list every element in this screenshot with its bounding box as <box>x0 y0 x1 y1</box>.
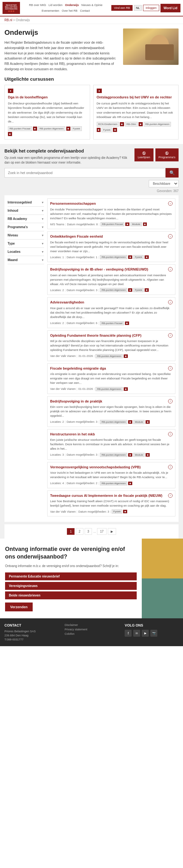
hero-section: Onderwijs Het Register Belastingadviseur… <box>0 24 183 76</box>
instagram-icon[interactable]: 📷 <box>150 630 157 637</box>
courses-list: Personenvennootschappen i De module 'Per… <box>47 198 175 519</box>
sort-row: Beschikbare Datum Naam <box>4 180 179 187</box>
info-icon-9[interactable]: i <box>168 493 173 498</box>
footer-privacy[interactable]: Privacy statement <box>65 628 119 631</box>
btn-programma[interactable]: Permanente Educatie nieuwsbrief <box>5 572 137 580</box>
info-icon-8[interactable]: i <box>168 465 173 469</box>
nav-onderwijs[interactable]: Onderwijs <box>65 3 79 7</box>
filter-locaties[interactable]: Locaties ▼ <box>8 248 44 256</box>
course-title-9[interactable]: Tweedaagse cursus AI Implementeren in de… <box>50 493 167 498</box>
card-desc-1: De directeur-grootaandeelhouder (dga) be… <box>8 101 86 124</box>
nav-lid-worden[interactable]: Lid worden <box>49 3 62 7</box>
filter-programmas[interactable]: Programma's ▼ <box>8 223 44 231</box>
course-dates-1: Datum mogelijkheden: 1 <box>67 256 97 259</box>
course-title-4[interactable]: Opleiding Fundament theorie financiële p… <box>50 333 167 338</box>
breadcrumb-current: Onderwijs <box>16 18 30 22</box>
vind-een-rb-button[interactable]: Vind een RB <box>111 5 132 11</box>
nav-rb-over[interactable]: RB over MKb <box>29 3 46 7</box>
search-input[interactable] <box>4 168 165 178</box>
course-title-8[interactable]: Vermogensvergelijking vennootschapsbelas… <box>50 465 167 469</box>
filter-interessegebied[interactable]: Interessegebied ▼ <box>8 198 44 207</box>
course-location-7: Locaties: 3 <box>50 453 64 456</box>
hero-image <box>123 29 179 65</box>
search-button[interactable]: 🔍 <box>165 168 179 178</box>
tab-leerlijnen[interactable]: ① Leerlijnen <box>134 148 154 161</box>
linkedin-icon[interactable]: in <box>133 630 140 637</box>
card-meta-1-tag2: RB-punten Algemeen <box>38 126 66 131</box>
page-btn-last[interactable]: 17 <box>97 528 106 535</box>
course-tag-icon-2-2: ■ <box>145 288 149 292</box>
page-btn-2[interactable]: 2 <box>76 528 83 535</box>
sort-select[interactable]: Beschikbare Datum Naam <box>149 180 179 187</box>
nav-nieuws[interactable]: Nieuws & Opinie <box>81 3 102 7</box>
course-item-3: Adviesvaardigheden i Hoe gaat u around a… <box>47 297 175 328</box>
nav-evenementen[interactable]: Evenementen <box>42 9 59 12</box>
course-title-3[interactable]: Adviesvaardigheden <box>50 300 167 304</box>
card-meta-2-icon4: ■ <box>113 128 117 132</box>
course-tag-9-1: Fysiek <box>112 509 122 514</box>
info-icon-1[interactable]: i <box>168 234 173 239</box>
facebook-icon[interactable]: f <box>125 630 132 637</box>
info-icon-0[interactable]: i <box>168 201 173 206</box>
card-tag-1: ♦ <box>8 89 13 93</box>
course-tag-icon-6-2: ■ <box>146 420 150 424</box>
footer-disclaimer[interactable]: Disclaimer <box>65 623 119 626</box>
course-item-9: Tweedaagse cursus AI Implementeren in de… <box>47 491 175 517</box>
course-title-7[interactable]: Herstructureren in het mkb <box>50 432 167 436</box>
word-lid-button[interactable]: Word Lid <box>160 4 180 12</box>
filter-maand[interactable]: Maand ▼ <box>8 256 44 264</box>
course-dates-2: Datum mogelijkheden: 3 <box>67 288 97 292</box>
language-button[interactable]: NL <box>134 5 142 11</box>
youtube-icon[interactable]: ▶ <box>142 630 149 637</box>
tab-programmas[interactable]: ① Programma's <box>155 148 179 161</box>
featured-card-1: ♦ Dga in de loonheffingen De directeur-g… <box>4 85 90 140</box>
logo-box: REGISTER BELASTING ADVISEURS <box>3 2 20 14</box>
course-desc-3: Hoe gaat u around als er naar uw wordt g… <box>50 306 173 320</box>
nav-over-rb[interactable]: Over het RB <box>62 9 78 12</box>
course-tag-0-2: Module <box>130 222 142 226</box>
card-meta-1-tag3: Fysiek <box>71 126 82 131</box>
course-title-5[interactable]: Fiscale begeleiding emigratie dga <box>50 366 167 371</box>
page-btn-1[interactable]: 1 <box>67 528 75 535</box>
course-location-6: Locaties: 2 <box>50 420 64 424</box>
info-icon-3[interactable]: i <box>168 300 173 304</box>
info-buttons: Permanente Educatie nieuwsbrief Verenigi… <box>5 572 137 599</box>
btn-vereniging[interactable]: Verenigingsnieuws <box>5 582 137 590</box>
card-meta-2-icon1: ■ <box>120 122 124 126</box>
course-title-0[interactable]: Personenvennootschappen <box>50 201 167 206</box>
course-meta-5: Van der Valk Vianen | 01-01-2026 | RB-pu… <box>50 387 173 391</box>
page-next-button[interactable]: ▶ <box>108 528 116 535</box>
filter-inhoud[interactable]: Inhoud ▼ <box>8 207 44 215</box>
send-button[interactable]: Verzenden <box>5 602 33 611</box>
info-title: Ontvang informatie over de vereniging en… <box>5 546 137 560</box>
course-tag-icon-1-2: ■ <box>145 255 149 259</box>
info-icon-5[interactable]: i <box>168 366 173 371</box>
course-title-2[interactable]: Bedrijfsopvolging in de IB-sfeer - verdi… <box>50 267 167 272</box>
course-dates-6: Datum mogelijkheden: 3 <box>67 420 97 424</box>
chevron-down-icon-6: ▼ <box>41 250 44 253</box>
nav-contact[interactable]: Contact <box>80 9 90 12</box>
featured-card-2: ♦ Ontslagprocedures bij het UWV en de re… <box>93 85 179 140</box>
info-icon-4[interactable]: i <box>168 333 173 338</box>
course-tag-icon-8-1: ■ <box>128 482 132 485</box>
course-dates-4: 31-01-2026 <box>78 354 93 358</box>
color-block-yellow <box>142 538 183 579</box>
btn-beide-nieuws[interactable]: Beide nieuwsbrieven <box>5 591 137 599</box>
card-meta-1: RB-punten Fiscaal ■ RB-punten Algemeen ■… <box>8 126 86 136</box>
page-btn-3[interactable]: 3 <box>85 528 92 535</box>
inloggen-button[interactable]: Inloggen <box>143 5 159 11</box>
info-icon-6[interactable]: i <box>168 399 173 403</box>
course-title-6[interactable]: Bedrijfsopvolging in de praktijk <box>50 399 167 403</box>
course-tag-3-1: RB-punten Fiscaal <box>100 321 124 325</box>
info-icon-2[interactable]: i <box>168 267 173 272</box>
filter-niveau[interactable]: Niveau ▼ <box>8 231 44 240</box>
filter-rb-academy[interactable]: RB Academy ▼ <box>8 215 44 223</box>
course-tag-1-2: Fysiek <box>133 255 144 259</box>
course-title-1[interactable]: Ontwikkelingen Fiscale eenheid <box>50 234 167 239</box>
course-tag-icon-7-2: ■ <box>146 453 150 457</box>
filter-type[interactable]: Type ▼ <box>8 240 44 248</box>
breadcrumb-home[interactable]: RB.nl <box>4 18 12 22</box>
info-icon-7[interactable]: i <box>168 432 173 436</box>
footer-colofon[interactable]: Colofon <box>65 632 119 636</box>
course-dates-3: Datum mogelijkheden: 6 <box>67 321 97 325</box>
